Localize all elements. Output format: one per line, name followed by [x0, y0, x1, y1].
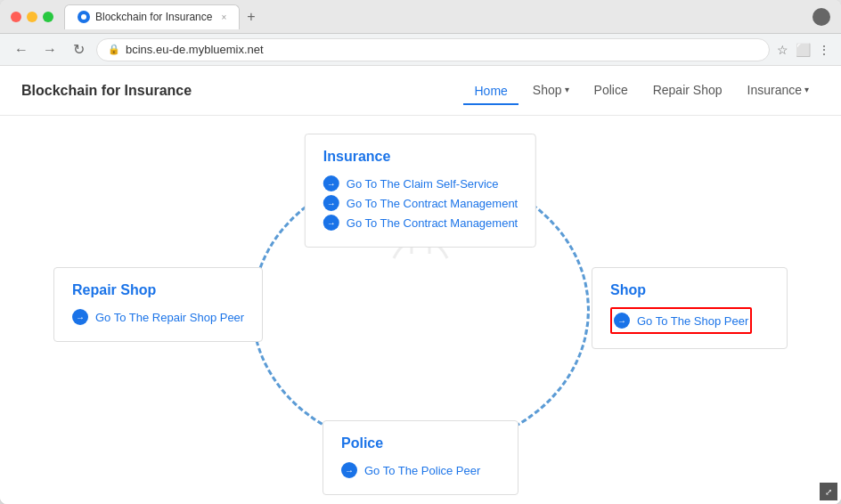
- navbar: Blockchain for Insurance Home Shop ▾ Pol…: [0, 66, 841, 116]
- shop-card-title: Shop: [610, 282, 769, 298]
- repair-shop-card-title: Repair Shop: [72, 282, 244, 298]
- shop-caret-icon: ▾: [565, 85, 569, 94]
- insurance-card: Insurance Go To The Claim Self-Service G…: [305, 134, 536, 248]
- shop-peer-highlight-box: Go To The Shop Peer: [610, 307, 752, 334]
- repair-shop-peer-link[interactable]: Go To The Repair Shop Peer: [72, 307, 244, 327]
- user-avatar-icon[interactable]: [812, 8, 830, 26]
- contract-management-link-2[interactable]: Go To The Contract Management: [323, 213, 518, 232]
- new-tab-button[interactable]: +: [240, 9, 262, 25]
- nav-link-insurance[interactable]: Insurance ▾: [737, 76, 820, 106]
- expand-icon[interactable]: ⤢: [820, 483, 837, 500]
- police-peer-link[interactable]: Go To The Police Peer: [341, 460, 500, 480]
- tab-close-button[interactable]: ×: [221, 12, 226, 22]
- url-text: bcins.eu-de.mybluemix.net: [126, 43, 264, 56]
- shop-peer-link[interactable]: Go To The Shop Peer: [614, 311, 748, 330]
- police-card-title: Police: [341, 435, 500, 451]
- arrow-icon: [323, 195, 339, 211]
- insurance-card-title: Insurance: [323, 149, 518, 165]
- traffic-lights: [11, 12, 53, 22]
- page-content: Blockchain for Insurance Home Shop ▾ Pol…: [0, 66, 841, 504]
- title-bar: Blockchain for Insurance × +: [0, 0, 841, 34]
- tab-favicon: [78, 11, 90, 23]
- window-controls: [812, 8, 830, 26]
- address-bar: ← → ↻ 🔒 bcins.eu-de.mybluemix.net ☆ ⬜ ⋮: [0, 34, 841, 66]
- reload-button[interactable]: ↻: [68, 39, 89, 61]
- nav-link-repair-shop[interactable]: Repair Shop: [642, 76, 733, 106]
- back-button[interactable]: ←: [11, 39, 32, 61]
- forward-button[interactable]: →: [39, 39, 61, 61]
- menu-icon[interactable]: ⋮: [818, 43, 830, 57]
- browser-window: Blockchain for Insurance × + ← → ↻ 🔒 bci…: [0, 0, 841, 504]
- nav-link-police[interactable]: Police: [584, 76, 639, 106]
- browser-tab[interactable]: Blockchain for Insurance ×: [64, 4, 240, 29]
- tab-title: Blockchain for Insurance: [95, 11, 212, 23]
- arrow-icon: [341, 462, 357, 478]
- nav-link-shop[interactable]: Shop ▾: [522, 76, 580, 106]
- insurance-caret-icon: ▾: [804, 85, 809, 94]
- minimize-button[interactable]: [27, 12, 37, 22]
- bookmark-icon[interactable]: ☆: [777, 43, 788, 57]
- tab-bar: Blockchain for Insurance × +: [64, 4, 812, 29]
- arrow-icon: [323, 175, 339, 191]
- maximize-button[interactable]: [43, 12, 53, 22]
- close-button[interactable]: [11, 12, 21, 22]
- main-content: Insurance Go To The Claim Self-Service G…: [0, 116, 841, 504]
- lock-icon: 🔒: [108, 44, 120, 55]
- repair-shop-card: Repair Shop Go To The Repair Shop Peer: [53, 267, 263, 342]
- url-bar[interactable]: 🔒 bcins.eu-de.mybluemix.net: [96, 38, 770, 61]
- nav-link-home[interactable]: Home: [463, 77, 518, 105]
- brand-name: Blockchain for Insurance: [21, 83, 192, 99]
- cast-icon[interactable]: ⬜: [796, 43, 811, 57]
- arrow-icon: [323, 215, 339, 231]
- shop-card: Shop Go To The Shop Peer: [592, 267, 788, 349]
- arrow-icon: [614, 313, 630, 329]
- police-card: Police Go To The Police Peer: [323, 420, 518, 495]
- contract-management-link-1[interactable]: Go To The Contract Management: [323, 193, 518, 213]
- nav-links: Home Shop ▾ Police Repair Shop Insurance…: [463, 76, 820, 106]
- claim-self-service-link[interactable]: Go To The Claim Self-Service: [323, 174, 518, 193]
- arrow-icon: [72, 309, 88, 325]
